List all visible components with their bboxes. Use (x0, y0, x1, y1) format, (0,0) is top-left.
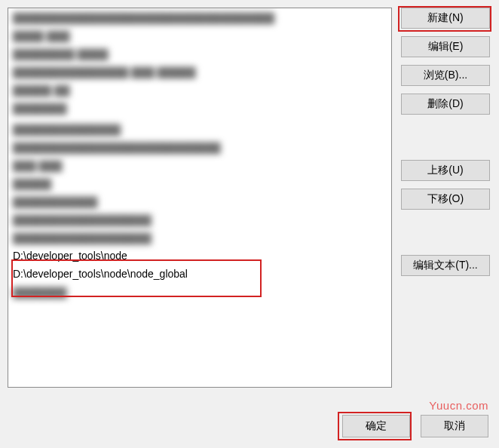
path-list[interactable]: ▓▓▓▓▓▓▓▓▓▓▓▓▓▓▓▓▓▓▓▓▓▓▓▓▓▓▓▓▓▓▓▓▓▓ ▓▓▓▓ … (8, 8, 392, 388)
browse-button[interactable]: 浏览(B)... (401, 65, 490, 86)
list-item[interactable]: ▓▓▓▓▓▓▓▓▓▓▓▓▓▓▓▓▓▓ (8, 229, 391, 247)
delete-button[interactable]: 删除(D) (401, 94, 490, 115)
button-column: 新建(N) 编辑(E) 浏览(B)... 删除(D) 上移(U) 下移(O) 编… (401, 8, 490, 388)
list-item[interactable]: ▓▓▓▓▓▓▓▓▓▓▓▓▓▓▓ ▓▓▓ ▓▓▓▓▓ (8, 63, 391, 81)
list-item[interactable]: ▓▓▓ ▓▓▓ (8, 156, 391, 174)
edit-button[interactable]: 编辑(E) (401, 36, 490, 57)
list-item[interactable]: ▓▓▓▓▓▓▓▓▓▓▓▓▓▓ (8, 120, 391, 138)
new-button[interactable]: 新建(N) (401, 8, 490, 29)
list-item[interactable]: ▓▓▓▓▓▓▓▓▓▓▓▓▓▓▓▓▓▓▓▓▓▓▓▓▓▓▓ (8, 138, 391, 156)
list-item[interactable]: ▓▓▓▓▓ ▓▓ (8, 81, 391, 99)
dialog-buttons: 确定 取消 (342, 415, 488, 437)
cancel-button[interactable]: 取消 (421, 415, 488, 437)
env-var-edit-dialog: ▓▓▓▓▓▓▓▓▓▓▓▓▓▓▓▓▓▓▓▓▓▓▓▓▓▓▓▓▓▓▓▓▓▓ ▓▓▓▓ … (0, 0, 499, 448)
list-item[interactable]: ▓▓▓▓▓▓▓▓ ▓▓▓▓ (8, 44, 391, 63)
move-down-button[interactable]: 下移(O) (401, 189, 490, 210)
list-item[interactable]: ▓▓▓▓▓▓▓▓▓▓▓▓▓▓▓▓▓▓ (8, 210, 391, 229)
list-item[interactable]: ▓▓▓▓▓▓▓ (8, 99, 391, 117)
edit-text-button[interactable]: 编辑文本(T)... (401, 255, 490, 276)
main-area: ▓▓▓▓▓▓▓▓▓▓▓▓▓▓▓▓▓▓▓▓▓▓▓▓▓▓▓▓▓▓▓▓▓▓ ▓▓▓▓ … (8, 8, 491, 388)
move-up-button[interactable]: 上移(U) (401, 160, 490, 181)
list-item[interactable]: ▓▓▓▓▓▓▓▓▓▓▓ (8, 192, 391, 210)
list-item[interactable]: ▓▓▓▓ ▓▓▓ (8, 26, 391, 44)
ok-button[interactable]: 确定 (342, 415, 410, 437)
list-item[interactable]: ▓▓▓▓▓ (8, 174, 391, 192)
list-item-node-global[interactable]: D:\developer_tools\node\node_global (8, 265, 391, 283)
list-item[interactable]: ▓▓▓▓▓▓▓ (8, 283, 391, 301)
watermark: Yuucn.com (429, 399, 488, 412)
list-item[interactable]: ▓▓▓▓▓▓▓▓▓▓▓▓▓▓▓▓▓▓▓▓▓▓▓▓▓▓▓▓▓▓▓▓▓▓ (8, 8, 391, 26)
list-item-node[interactable]: D:\developer_tools\node (8, 247, 391, 265)
